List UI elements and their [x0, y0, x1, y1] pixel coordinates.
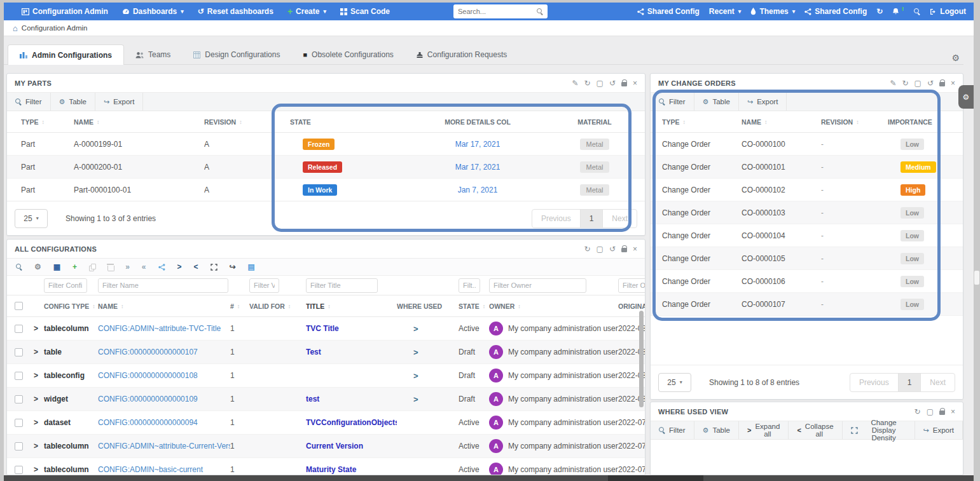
search-icon[interactable] [537, 8, 543, 15]
horizontal-scrollbar[interactable] [4, 475, 974, 481]
date-link[interactable]: Jan 7, 2021 [458, 186, 498, 194]
fast-forward-icon[interactable]: » [125, 263, 130, 271]
sort-icon[interactable]: ↕ [682, 119, 686, 125]
table-row[interactable]: Change OrderCO-0000105-Low [651, 247, 963, 270]
table-row[interactable]: >tablecolumnCONFIG:ADMIN~basic-current1M… [7, 458, 645, 475]
where-used-chevron-icon[interactable]: > [397, 348, 459, 357]
edit-icon[interactable]: ✎ [890, 79, 896, 87]
date-link[interactable]: Mar 17, 2021 [455, 140, 500, 149]
filter-name-input[interactable] [98, 278, 228, 293]
column-header-config-type[interactable]: CONFIG TYPE↕ [44, 302, 98, 310]
close-icon[interactable]: × [951, 408, 955, 416]
table-row[interactable]: PartPart-0000100-01AIn WorkJan 7, 2021Me… [7, 179, 645, 201]
current-page-button[interactable]: 1 [580, 210, 604, 227]
filter-config-type-input[interactable] [44, 278, 87, 293]
column-header-revision[interactable]: REVISION↕ [204, 118, 290, 126]
title-link[interactable]: TVCConfigurationObjects [306, 418, 397, 427]
row-checkbox[interactable] [15, 325, 23, 333]
rewind-icon[interactable]: « [142, 263, 146, 271]
nav-item-search[interactable] [914, 8, 920, 15]
refresh-icon[interactable]: ↻ [914, 408, 921, 416]
corners-icon[interactable] [210, 264, 217, 271]
trash-icon[interactable] [107, 264, 113, 271]
sort-icon[interactable]: ↕ [237, 303, 240, 309]
where-used-chevron-icon[interactable]: > [397, 395, 459, 404]
search-input[interactable] [458, 8, 537, 15]
nav-item-sync[interactable]: ↻ [876, 8, 883, 15]
next-page-button[interactable]: Next [603, 210, 637, 227]
table-row[interactable]: Change OrderCO-0000102-High [651, 179, 963, 201]
filter-button[interactable]: Filter [7, 93, 51, 111]
table-row[interactable]: Change OrderCO-0000100-Low [651, 133, 963, 156]
export-button[interactable]: ↪Export [95, 93, 143, 111]
expand-all-button[interactable]: >Expand all [739, 421, 789, 439]
sort-icon[interactable]: ↕ [121, 303, 124, 309]
sort-icon[interactable]: ↕ [92, 303, 95, 309]
nav-item-create[interactable]: +Create▾ [287, 7, 326, 16]
nav-item-reset-dashboards[interactable]: ↺Reset dashboards [198, 7, 273, 16]
column-header-owner[interactable]: OWNER↕ [489, 302, 618, 310]
settings-flyout-tab[interactable]: ⚙ [958, 85, 974, 109]
nav-brand[interactable]: Configuration Admin [22, 7, 108, 16]
change-display-density-button[interactable]: Change Display Density [843, 421, 915, 439]
column-header--[interactable]: #↕ [230, 302, 249, 310]
row-checkbox[interactable] [15, 442, 23, 451]
table-icon[interactable]: ▤ [248, 263, 255, 271]
page-settings-gear-icon[interactable]: ⚙ [951, 53, 960, 62]
title-link[interactable]: Current Version [306, 442, 397, 451]
column-header-valid-for[interactable]: VALID FOR↕ [249, 302, 306, 310]
filter-button[interactable]: Filter [651, 421, 694, 439]
gear-icon[interactable]: ⚙ [34, 263, 41, 271]
table-row[interactable]: >tablecolumnCONFIG:ADMIN~attribute-TVC-T… [7, 317, 645, 341]
column-header-name[interactable]: NAME↕ [98, 302, 230, 310]
filter-valid-for-input[interactable] [249, 278, 279, 293]
column-header-title[interactable]: TITLE↕ [306, 302, 397, 310]
edit-icon[interactable]: ✎ [572, 79, 578, 87]
column-header-more-details-col[interactable]: MORE DETAILS COL [445, 118, 511, 126]
nav-item-bell[interactable]: ! [892, 8, 904, 15]
window-icon[interactable]: ▢ [927, 408, 934, 416]
table-row[interactable]: Change OrderCO-0000103-Low [651, 201, 963, 224]
lock-icon[interactable] [939, 408, 945, 415]
expand-chevron-icon[interactable]: > [34, 371, 44, 380]
tab-teams[interactable]: Teams [124, 44, 182, 65]
select-all-checkbox[interactable] [15, 302, 23, 310]
config-name-link[interactable]: CONFIG:0000000000000107 [98, 348, 230, 356]
column-header-originated[interactable]: ORIGINATED [618, 302, 645, 310]
table-row[interactable]: >tableCONFIG:00000000000001071Test>Draft… [7, 341, 645, 364]
table-row[interactable]: Change OrderCO-0000101-Medium [651, 156, 963, 179]
collapse-all-button[interactable]: <Collapse all [789, 421, 842, 439]
column-header-material[interactable]: MATERIAL [577, 118, 611, 126]
export-icon[interactable]: ↪ [230, 263, 236, 271]
filter-originated-input[interactable] [618, 278, 645, 293]
all-config-vertical-scrollbar[interactable] [639, 311, 644, 407]
column-header-state[interactable]: STATE [290, 118, 404, 126]
config-name-link[interactable]: CONFIG:0000000000000094 [98, 418, 230, 427]
filter-title-input[interactable] [306, 278, 378, 293]
undo-icon[interactable]: ↺ [609, 245, 616, 253]
column-header-revision[interactable]: REVISION↕ [821, 118, 888, 126]
title-link[interactable]: Maturity State [306, 465, 397, 474]
expand-chevron-icon[interactable]: > [34, 465, 44, 474]
close-icon[interactable]: × [633, 245, 637, 253]
column-header-name[interactable]: NAME↕ [74, 118, 204, 126]
table-row[interactable]: >widgetCONFIG:00000000000001091test>Draf… [7, 388, 645, 411]
sort-icon[interactable]: ↕ [239, 119, 242, 125]
table-button[interactable]: ⚙Table [51, 93, 95, 111]
nav-item-themes[interactable]: Themes▾ [750, 7, 795, 16]
sort-icon[interactable]: ↕ [764, 119, 768, 125]
filter-button[interactable]: Filter [651, 93, 694, 111]
lock-icon[interactable] [939, 79, 945, 86]
sort-icon[interactable]: ↕ [856, 119, 859, 125]
refresh-icon[interactable]: ↻ [584, 79, 591, 87]
sort-icon[interactable]: ↕ [41, 119, 45, 125]
chevron-left-icon[interactable]: < [194, 263, 198, 271]
window-icon[interactable]: ▢ [597, 245, 604, 253]
expand-chevron-icon[interactable]: > [34, 395, 44, 403]
title-link[interactable]: Test [306, 348, 397, 356]
config-name-link[interactable]: CONFIG:0000000000000109 [98, 395, 230, 403]
refresh-icon[interactable]: ↻ [902, 79, 909, 87]
chevron-right-icon[interactable]: > [177, 263, 182, 271]
sort-icon[interactable]: ↕ [518, 303, 521, 309]
expand-chevron-icon[interactable]: > [34, 418, 44, 427]
